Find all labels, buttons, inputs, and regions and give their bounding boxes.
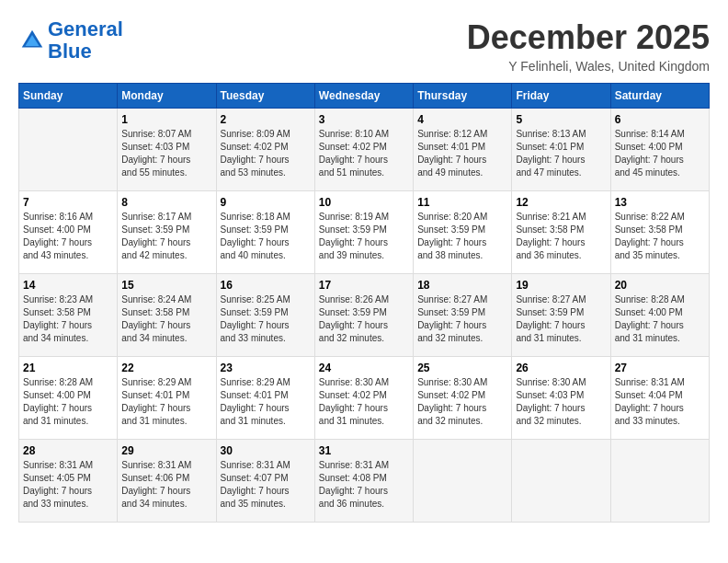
day-number: 11	[417, 196, 507, 209]
day-info: Sunrise: 8:07 AM Sunset: 4:03 PM Dayligh…	[121, 128, 211, 179]
calendar-cell: 10Sunrise: 8:19 AM Sunset: 3:59 PM Dayli…	[314, 191, 413, 274]
calendar-cell: 12Sunrise: 8:21 AM Sunset: 3:58 PM Dayli…	[512, 191, 610, 274]
calendar-cell: 22Sunrise: 8:29 AM Sunset: 4:01 PM Dayli…	[118, 357, 216, 440]
calendar-cell: 1Sunrise: 8:07 AM Sunset: 4:03 PM Daylig…	[118, 109, 216, 191]
calendar-cell: 27Sunrise: 8:31 AM Sunset: 4:04 PM Dayli…	[610, 357, 709, 440]
day-info: Sunrise: 8:26 AM Sunset: 3:59 PM Dayligh…	[319, 293, 409, 345]
calendar-cell	[610, 440, 709, 523]
day-number: 13	[615, 196, 705, 209]
day-info: Sunrise: 8:27 AM Sunset: 3:59 PM Dayligh…	[417, 293, 507, 345]
day-info: Sunrise: 8:31 AM Sunset: 4:07 PM Dayligh…	[221, 459, 311, 511]
calendar-cell: 4Sunrise: 8:12 AM Sunset: 4:01 PM Daylig…	[414, 109, 512, 191]
calendar-cell: 15Sunrise: 8:24 AM Sunset: 3:58 PM Dayli…	[118, 274, 216, 357]
calendar-cell: 5Sunrise: 8:13 AM Sunset: 4:01 PM Daylig…	[512, 109, 610, 191]
day-info: Sunrise: 8:09 AM Sunset: 4:02 PM Dayligh…	[221, 128, 311, 179]
calendar-cell: 17Sunrise: 8:26 AM Sunset: 3:59 PM Dayli…	[314, 274, 413, 357]
day-number: 19	[516, 279, 606, 292]
day-number: 1	[121, 113, 211, 126]
day-number: 28	[23, 444, 113, 457]
logo: General Blue	[18, 18, 123, 63]
day-info: Sunrise: 8:31 AM Sunset: 4:08 PM Dayligh…	[319, 459, 409, 511]
day-number: 29	[121, 444, 211, 457]
day-number: 7	[23, 196, 113, 209]
day-number: 18	[417, 279, 507, 292]
day-number: 5	[516, 113, 606, 126]
title-block: December 2025 Y Felinheli, Wales, United…	[467, 18, 710, 74]
header-sunday: Sunday	[19, 84, 118, 109]
calendar-week-row: 7Sunrise: 8:16 AM Sunset: 4:00 PM Daylig…	[19, 191, 710, 274]
calendar-cell: 11Sunrise: 8:20 AM Sunset: 3:59 PM Dayli…	[414, 191, 512, 274]
calendar-cell	[512, 440, 610, 523]
day-number: 22	[121, 362, 211, 374]
calendar-cell: 6Sunrise: 8:14 AM Sunset: 4:00 PM Daylig…	[610, 109, 709, 191]
day-number: 6	[615, 113, 705, 126]
calendar-cell: 29Sunrise: 8:31 AM Sunset: 4:06 PM Dayli…	[118, 440, 216, 523]
calendar-cell: 9Sunrise: 8:18 AM Sunset: 3:59 PM Daylig…	[216, 191, 314, 274]
header-saturday: Saturday	[610, 84, 709, 109]
header-thursday: Thursday	[414, 84, 512, 109]
calendar-cell: 7Sunrise: 8:16 AM Sunset: 4:00 PM Daylig…	[19, 191, 118, 274]
day-number: 8	[121, 196, 211, 209]
header-wednesday: Wednesday	[314, 84, 413, 109]
day-info: Sunrise: 8:27 AM Sunset: 3:59 PM Dayligh…	[516, 293, 606, 345]
day-info: Sunrise: 8:31 AM Sunset: 4:06 PM Dayligh…	[121, 459, 211, 511]
logo-line2: Blue	[48, 40, 92, 63]
header-monday: Monday	[118, 84, 216, 109]
day-info: Sunrise: 8:22 AM Sunset: 3:58 PM Dayligh…	[615, 211, 705, 262]
day-number: 27	[615, 362, 705, 374]
day-number: 21	[23, 362, 113, 374]
day-info: Sunrise: 8:23 AM Sunset: 3:58 PM Dayligh…	[23, 293, 113, 345]
day-info: Sunrise: 8:25 AM Sunset: 3:59 PM Dayligh…	[221, 293, 311, 345]
day-number: 24	[319, 362, 409, 374]
day-number: 2	[221, 113, 311, 126]
day-info: Sunrise: 8:14 AM Sunset: 4:00 PM Dayligh…	[615, 128, 705, 179]
day-info: Sunrise: 8:20 AM Sunset: 3:59 PM Dayligh…	[417, 211, 507, 262]
day-info: Sunrise: 8:29 AM Sunset: 4:01 PM Dayligh…	[121, 376, 211, 428]
day-number: 16	[221, 279, 311, 292]
calendar-cell: 14Sunrise: 8:23 AM Sunset: 3:58 PM Dayli…	[19, 274, 118, 357]
calendar-cell	[414, 440, 512, 523]
day-info: Sunrise: 8:16 AM Sunset: 4:00 PM Dayligh…	[23, 211, 113, 262]
day-info: Sunrise: 8:12 AM Sunset: 4:01 PM Dayligh…	[417, 128, 507, 179]
calendar-cell: 30Sunrise: 8:31 AM Sunset: 4:07 PM Dayli…	[216, 440, 314, 523]
day-info: Sunrise: 8:30 AM Sunset: 4:03 PM Dayligh…	[516, 376, 606, 428]
day-number: 10	[319, 196, 409, 209]
logo-text: General Blue	[48, 18, 123, 63]
header-friday: Friday	[512, 84, 610, 109]
day-info: Sunrise: 8:17 AM Sunset: 3:59 PM Dayligh…	[121, 211, 211, 262]
calendar-cell: 28Sunrise: 8:31 AM Sunset: 4:05 PM Dayli…	[19, 440, 118, 523]
day-number: 17	[319, 279, 409, 292]
day-number: 31	[319, 444, 409, 457]
day-info: Sunrise: 8:30 AM Sunset: 4:02 PM Dayligh…	[319, 376, 409, 428]
day-info: Sunrise: 8:31 AM Sunset: 4:04 PM Dayligh…	[615, 376, 705, 428]
calendar-cell: 25Sunrise: 8:30 AM Sunset: 4:02 PM Dayli…	[414, 357, 512, 440]
day-number: 14	[23, 279, 113, 292]
calendar-cell: 20Sunrise: 8:28 AM Sunset: 4:00 PM Dayli…	[610, 274, 709, 357]
calendar-header-row: SundayMondayTuesdayWednesdayThursdayFrid…	[19, 84, 710, 109]
day-number: 23	[221, 362, 311, 374]
day-number: 12	[516, 196, 606, 209]
day-info: Sunrise: 8:28 AM Sunset: 4:00 PM Dayligh…	[615, 293, 705, 345]
calendar-cell: 26Sunrise: 8:30 AM Sunset: 4:03 PM Dayli…	[512, 357, 610, 440]
day-number: 20	[615, 279, 705, 292]
calendar-cell: 3Sunrise: 8:10 AM Sunset: 4:02 PM Daylig…	[314, 109, 413, 191]
day-info: Sunrise: 8:18 AM Sunset: 3:59 PM Dayligh…	[221, 211, 311, 262]
calendar-cell	[19, 109, 118, 191]
logo-line1: General	[48, 17, 123, 40]
calendar-cell: 24Sunrise: 8:30 AM Sunset: 4:02 PM Dayli…	[314, 357, 413, 440]
day-info: Sunrise: 8:10 AM Sunset: 4:02 PM Dayligh…	[319, 128, 409, 179]
day-number: 26	[516, 362, 606, 374]
calendar-week-row: 14Sunrise: 8:23 AM Sunset: 3:58 PM Dayli…	[19, 274, 710, 357]
header-tuesday: Tuesday	[216, 84, 314, 109]
calendar-cell: 31Sunrise: 8:31 AM Sunset: 4:08 PM Dayli…	[314, 440, 413, 523]
calendar-cell: 19Sunrise: 8:27 AM Sunset: 3:59 PM Dayli…	[512, 274, 610, 357]
calendar-cell: 16Sunrise: 8:25 AM Sunset: 3:59 PM Dayli…	[216, 274, 314, 357]
day-info: Sunrise: 8:31 AM Sunset: 4:05 PM Dayligh…	[23, 459, 113, 511]
day-info: Sunrise: 8:29 AM Sunset: 4:01 PM Dayligh…	[221, 376, 311, 428]
calendar-cell: 23Sunrise: 8:29 AM Sunset: 4:01 PM Dayli…	[216, 357, 314, 440]
calendar-table: SundayMondayTuesdayWednesdayThursdayFrid…	[18, 83, 710, 523]
calendar-cell: 8Sunrise: 8:17 AM Sunset: 3:59 PM Daylig…	[118, 191, 216, 274]
day-info: Sunrise: 8:24 AM Sunset: 3:58 PM Dayligh…	[121, 293, 211, 345]
calendar-cell: 2Sunrise: 8:09 AM Sunset: 4:02 PM Daylig…	[216, 109, 314, 191]
day-number: 30	[221, 444, 311, 457]
